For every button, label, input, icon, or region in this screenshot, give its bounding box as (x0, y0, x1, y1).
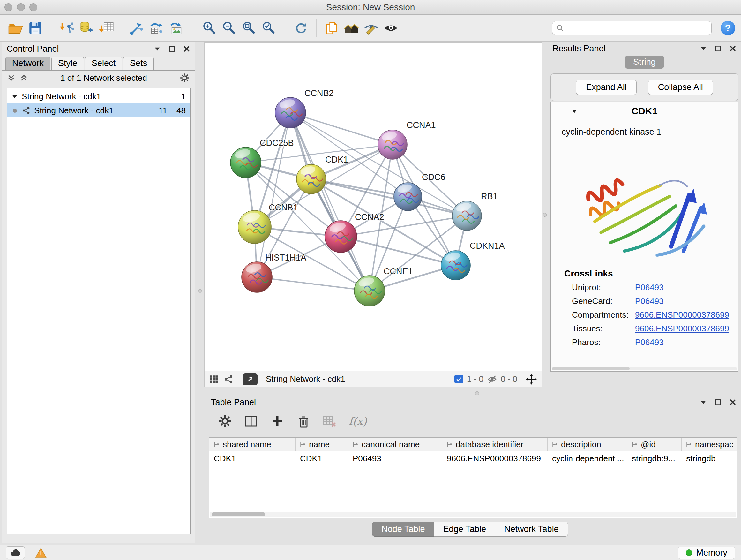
table-tab-edge-table[interactable]: Edge Table (434, 522, 495, 537)
network-edge[interactable] (257, 277, 369, 291)
pan-icon[interactable] (526, 374, 537, 385)
table-tab-node-table[interactable]: Node Table (372, 522, 434, 537)
documents-button[interactable] (322, 18, 341, 38)
results-scrollbar-thumb[interactable] (552, 367, 630, 370)
column-header[interactable]: namespac (682, 438, 737, 451)
tab-sets[interactable]: Sets (123, 57, 154, 70)
table-cell[interactable]: CDK1 (295, 451, 348, 465)
table-horizontal-scrollbar[interactable] (210, 512, 736, 516)
table-row[interactable]: CDK1CDK1P064939606.ENSP00000378699cyclin… (209, 451, 737, 465)
close-panel-icon[interactable] (729, 45, 737, 52)
apply-layout-button[interactable] (291, 18, 311, 38)
column-header[interactable]: description (548, 438, 627, 451)
column-header[interactable]: database identifier (442, 438, 548, 451)
panel-menu-icon[interactable] (153, 45, 161, 53)
zoom-fit-button[interactable] (239, 18, 259, 38)
zoom-out-button[interactable] (219, 18, 239, 38)
network-edge[interactable] (290, 113, 393, 145)
import-table-button[interactable] (97, 18, 117, 38)
collapse-section-icon[interactable] (571, 108, 578, 114)
network-node-CCNE1[interactable]: CCNE1 (354, 266, 413, 306)
network-edge[interactable] (290, 113, 467, 216)
crosslink-link[interactable]: P06493 (635, 337, 664, 348)
network-node-CCNB2[interactable]: CCNB2 (275, 88, 334, 128)
show-details-button[interactable] (381, 18, 401, 38)
network-edge[interactable] (257, 113, 290, 277)
vertical-splitter-handle[interactable] (543, 213, 547, 217)
table-cell[interactable]: stringdb:9... (627, 451, 682, 465)
network-edge[interactable] (290, 113, 369, 291)
collapse-all-button[interactable]: Collapse All (648, 80, 713, 95)
function-builder-button[interactable]: f(x) (349, 415, 367, 428)
table-cell[interactable]: P06493 (348, 451, 442, 465)
help-button[interactable]: ? (721, 21, 735, 36)
panel-menu-icon[interactable] (699, 398, 707, 406)
show-columns-icon[interactable] (244, 414, 258, 428)
open-in-new-window-button[interactable] (243, 373, 258, 385)
expand-all-networks-icon[interactable] (7, 74, 15, 82)
delete-column-icon[interactable] (296, 414, 311, 428)
table-cell[interactable]: CDK1 (209, 451, 295, 465)
tab-style[interactable]: Style (51, 57, 84, 70)
crosslink-link[interactable]: P06493 (635, 283, 664, 293)
table-tab-network-table[interactable]: Network Table (495, 522, 568, 537)
network-view[interactable]: CCNB2CCNA1CDC25BCDK1CDC6RB1CCNB1CCNA2CDK… (204, 43, 542, 371)
column-header[interactable]: shared name (209, 438, 295, 451)
hidden-eye-icon[interactable] (487, 374, 497, 384)
open-session-button[interactable] (6, 18, 25, 38)
expand-all-button[interactable]: Expand All (576, 80, 636, 95)
save-session-button[interactable] (25, 18, 45, 38)
network-edge[interactable] (311, 179, 467, 216)
table-cell[interactable]: cyclin-dependent ... (548, 451, 627, 465)
tree-expanded-icon[interactable] (11, 93, 18, 100)
new-network-button[interactable] (127, 18, 147, 38)
zoom-selected-button[interactable] (259, 18, 278, 38)
network-graph[interactable]: CCNB2CCNA1CDC25BCDK1CDC6RB1CCNB1CCNA2CDK… (205, 43, 542, 371)
horizontal-splitter-handle[interactable] (475, 391, 479, 395)
network-overview-icon[interactable] (224, 374, 233, 384)
network-node-CDKN1A[interactable]: CDKN1A (441, 241, 505, 280)
tab-network[interactable]: Network (5, 57, 51, 70)
network-node-HIST1H1A[interactable]: HIST1H1A (242, 253, 307, 293)
column-header[interactable]: name (295, 438, 348, 451)
float-panel-icon[interactable] (714, 45, 722, 52)
network-row-selected[interactable]: String Network - cdk1 11 48 (7, 104, 190, 118)
column-header[interactable]: @id (627, 438, 682, 451)
export-image-button[interactable] (166, 18, 186, 38)
warning-button[interactable] (35, 547, 47, 559)
zoom-in-button[interactable] (199, 18, 219, 38)
tab-string[interactable]: String (625, 56, 664, 69)
table-scrollbar-thumb[interactable] (212, 512, 265, 516)
add-column-icon[interactable] (270, 414, 284, 428)
panel-menu-icon[interactable] (699, 45, 707, 52)
homes-button[interactable] (341, 18, 361, 38)
network-node-RB1[interactable]: RB1 (452, 192, 498, 231)
close-panel-icon[interactable] (183, 45, 191, 53)
tab-select[interactable]: Select (85, 57, 122, 70)
crosslink-link[interactable]: 9606.ENSP00000378699 (635, 310, 729, 320)
crosslink-link[interactable]: P06493 (635, 296, 664, 306)
network-node-CCNB1[interactable]: CCNB1 (238, 203, 298, 244)
selected-checkbox[interactable] (455, 375, 463, 383)
import-network-database-button[interactable] (77, 18, 97, 38)
table-cell[interactable]: stringdb (682, 451, 737, 465)
search-input[interactable] (566, 23, 708, 33)
clone-network-button[interactable] (147, 18, 166, 38)
memory-button[interactable]: Memory (678, 547, 735, 559)
float-panel-icon[interactable] (168, 45, 176, 53)
cloud-button[interactable] (6, 546, 25, 559)
column-header[interactable]: canonical name (348, 438, 442, 451)
close-panel-icon[interactable] (729, 398, 737, 406)
network-options-gear-icon[interactable] (180, 73, 190, 83)
crosslink-link[interactable]: 9606.ENSP00000378699 (635, 324, 729, 334)
import-network-file-button[interactable] (57, 18, 77, 38)
results-scrollbar[interactable] (552, 367, 737, 370)
protein-card-header[interactable]: CDK1 (551, 103, 738, 120)
network-collection-row[interactable]: String Network - cdk1 1 (7, 89, 190, 104)
collapse-all-networks-icon[interactable] (20, 74, 28, 82)
float-panel-icon[interactable] (714, 398, 722, 406)
table-settings-gear-icon[interactable] (218, 414, 232, 428)
table-cell[interactable]: 9606.ENSP00000378699 (442, 451, 548, 465)
vertical-splitter-handle[interactable] (198, 289, 202, 293)
grid-view-icon[interactable] (209, 374, 219, 384)
